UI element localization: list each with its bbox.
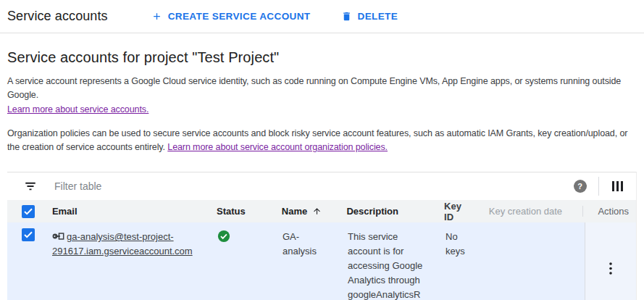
more-vert-icon [609,262,612,275]
table-header-row: Email Status Name Description Key ID Key… [7,200,636,222]
learn-more-org-policies-link[interactable]: Learn more about service account organiz… [167,142,388,152]
main-content: Service accounts for project "Test Proje… [0,49,644,300]
help-icon[interactable]: ? [574,180,587,193]
column-header-name[interactable]: Name [275,206,340,217]
plus-icon [151,11,162,22]
column-header-actions: Actions [582,206,636,217]
column-header-key-creation-date[interactable]: Key creation date [482,206,583,217]
page-title: Service accounts [7,9,108,24]
actions-cell [585,222,636,300]
toolbar-divider [598,177,599,196]
trash-icon [341,11,352,22]
sort-ascending-icon [312,207,322,216]
create-service-account-button[interactable]: CREATE SERVICE ACCOUNT [146,7,317,26]
table-row: ga-analysis@test-project-291617.iam.gser… [7,222,636,300]
column-header-key-id[interactable]: Key ID [437,201,482,222]
column-display-icon[interactable] [611,180,625,193]
filter-icon[interactable] [24,181,37,191]
key-id-cell: No keys [438,222,483,300]
status-active-icon [217,230,230,243]
delete-button[interactable]: DELETE [335,7,404,26]
delete-button-label: DELETE [358,11,398,22]
status-cell [210,222,275,300]
check-icon [24,208,33,215]
service-account-key-icon [52,231,64,241]
learn-more-service-accounts-link[interactable]: Learn more about service accounts. [7,103,149,117]
intro-text: A service account represents a Google Cl… [7,75,637,102]
row-actions-menu-button[interactable] [602,228,619,300]
service-accounts-table: ? Email Status Name Des [7,172,637,300]
key-creation-date-cell [483,222,585,300]
table-filter-bar: ? [7,172,636,200]
description-cell: This service account is for accessing Go… [340,222,438,300]
create-button-label: CREATE SERVICE ACCOUNT [168,11,311,22]
service-account-email-link[interactable]: ga-analysis@test-project-291617.iam.gser… [52,231,193,257]
column-header-description[interactable]: Description [339,206,437,217]
select-all-checkbox[interactable] [22,205,35,218]
section-heading: Service accounts for project "Test Proje… [7,49,637,66]
row-checkbox[interactable] [22,228,35,241]
name-cell: GA-analysis [275,222,340,300]
page-header: Service accounts CREATE SERVICE ACCOUNT … [0,0,644,33]
org-policy-paragraph: Organization policies can be used to sec… [7,127,637,154]
row-select-cell [7,222,45,300]
check-icon [24,231,33,238]
column-header-status[interactable]: Status [209,206,275,217]
select-all-cell [7,205,45,218]
email-cell: ga-analysis@test-project-291617.iam.gser… [45,222,210,300]
column-header-email[interactable]: Email [45,206,209,217]
filter-table-input[interactable] [54,180,574,192]
